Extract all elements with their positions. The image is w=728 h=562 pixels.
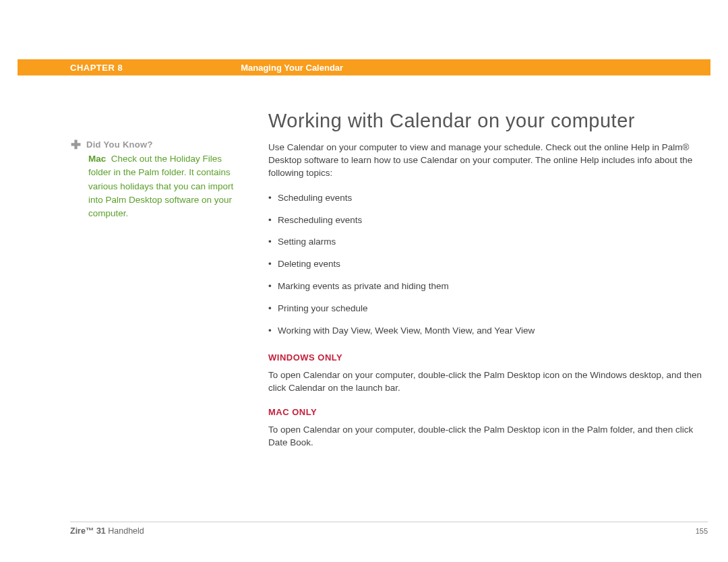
intro-paragraph: Use Calendar on your computer to view an… [268, 142, 708, 180]
tip-body: Check out the Holiday Files folder in th… [88, 154, 233, 218]
chapter-header: CHAPTER 8 Managing Your Calendar [18, 59, 710, 75]
footer-page-number: 155 [696, 527, 708, 535]
chapter-label: CHAPTER 8 [70, 63, 123, 73]
list-item: Marking events as private and hiding the… [268, 280, 708, 293]
page-footer: Zire™ 31 Handheld 155 [70, 522, 708, 536]
mac-only-text: To open Calendar on your computer, doubl… [268, 424, 708, 449]
list-item: Deleting events [268, 258, 708, 271]
sidebar-header: ✚ Did You Know? [71, 137, 246, 150]
list-item: Rescheduling events [268, 214, 708, 227]
did-you-know-heading: Did You Know? [86, 139, 153, 150]
plus-icon: ✚ [71, 139, 81, 151]
sidebar-tip-text: Mac Check out the Holiday Files folder i… [88, 152, 246, 220]
windows-only-label: WINDOWS ONLY [268, 352, 708, 363]
page-title: Working with Calendar on your computer [268, 110, 708, 132]
windows-only-text: To open Calendar on your computer, doubl… [268, 369, 708, 395]
main-content: Working with Calendar on your computer U… [268, 110, 708, 461]
list-item: Working with Day View, Week View, Month … [268, 325, 708, 338]
list-item: Printing your schedule [268, 303, 708, 315]
chapter-title: Managing Your Calendar [241, 63, 343, 73]
footer-product: Zire™ 31 Handheld [70, 526, 144, 536]
topic-list: Scheduling events Rescheduling events Se… [268, 192, 708, 338]
mac-label: Mac [88, 154, 106, 164]
list-item: Scheduling events [268, 192, 708, 205]
footer-product-rest: Handheld [106, 526, 144, 536]
list-item: Setting alarms [268, 236, 708, 249]
sidebar-tip: ✚ Did You Know? Mac Check out the Holida… [71, 137, 246, 220]
footer-product-name: Zire™ 31 [70, 526, 106, 536]
mac-only-label: MAC ONLY [268, 407, 708, 417]
